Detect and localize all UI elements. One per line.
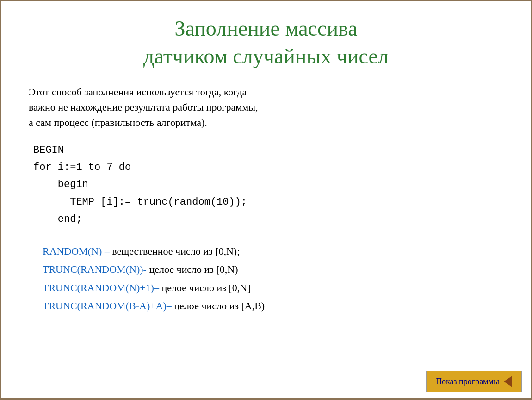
def-keyword-2: TRUNC(RANDOM(N))- xyxy=(43,263,147,275)
code-line-1: BEGIN xyxy=(33,142,503,159)
title-line1: Заполнение массива xyxy=(29,15,503,43)
def-line-4: TRUNC(RANDOM(B-A)+A)– целое число из [A,… xyxy=(43,297,503,315)
nav-arrow-icon xyxy=(504,376,512,387)
code-line-5: end; xyxy=(33,211,503,228)
show-program-button[interactable]: Показ программы xyxy=(426,371,522,392)
def-text-1: вещественное число из [0,N); xyxy=(112,245,240,257)
code-line-3: begin xyxy=(33,176,503,193)
def-text-3: целое число из [0,N] xyxy=(161,282,250,294)
code-block: BEGIN for i:=1 to 7 do begin TEMP [i]:= … xyxy=(29,142,503,228)
slide-container: Заполнение массива датчиком случайных чи… xyxy=(0,0,532,400)
code-line-2: for i:=1 to 7 do xyxy=(33,159,503,176)
nav-button-label: Показ программы xyxy=(436,377,499,387)
code-line-4: TEMP [i]:= trunc(random(10)); xyxy=(33,194,503,211)
definitions-section: RANDOM(N) – вещественное число из [0,N);… xyxy=(29,242,503,315)
def-keyword-4: TRUNC(RANDOM(B-A)+A)– xyxy=(43,300,172,312)
title-section: Заполнение массива датчиком случайных чи… xyxy=(29,15,503,70)
title-line2: датчиком случайных чисел xyxy=(29,43,503,70)
def-line-1: RANDOM(N) – вещественное число из [0,N); xyxy=(43,242,503,261)
def-line-2: TRUNC(RANDOM(N))- целое число из [0,N) xyxy=(43,260,503,279)
def-line-3: TRUNC(RANDOM(N)+1)– целое число из [0,N] xyxy=(43,279,503,297)
def-keyword-1: RANDOM(N) – xyxy=(43,245,110,257)
def-text-4: целое число из [A,B) xyxy=(174,300,265,312)
bottom-bar xyxy=(1,398,531,399)
def-text-2: целое число из [0,N) xyxy=(149,263,238,275)
def-keyword-3: TRUNC(RANDOM(N)+1)– xyxy=(43,282,159,294)
description-text: Этот способ заполнения используется тогд… xyxy=(29,84,503,130)
